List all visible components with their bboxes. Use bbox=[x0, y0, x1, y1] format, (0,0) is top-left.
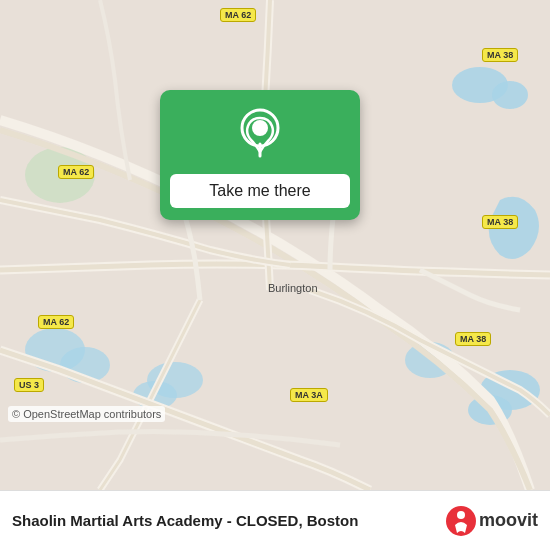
moovit-logo: moovit bbox=[445, 505, 538, 537]
road-badge-ma62-mid-left: MA 62 bbox=[58, 165, 94, 179]
take-me-there-button[interactable]: Take me there bbox=[170, 174, 350, 208]
place-name: Shaolin Martial Arts Academy - CLOSED, B… bbox=[12, 512, 445, 529]
bottom-bar: Shaolin Martial Arts Academy - CLOSED, B… bbox=[0, 490, 550, 550]
svg-point-13 bbox=[254, 123, 266, 135]
road-badge-ma38-top: MA 38 bbox=[482, 48, 518, 62]
svg-point-15 bbox=[457, 511, 465, 519]
svg-point-14 bbox=[446, 506, 476, 536]
road-badge-ma62-top: MA 62 bbox=[220, 8, 256, 22]
road-badge-ma38-bottom: MA 38 bbox=[455, 332, 491, 346]
burlington-label: Burlington bbox=[268, 282, 318, 294]
map-attribution: © OpenStreetMap contributors bbox=[8, 406, 165, 422]
moovit-icon bbox=[445, 505, 477, 537]
moovit-text: moovit bbox=[479, 510, 538, 531]
svg-point-2 bbox=[492, 81, 528, 109]
road-badge-us3: US 3 bbox=[14, 378, 44, 392]
location-card: Take me there bbox=[160, 90, 360, 220]
road-badge-ma62-bottom: MA 62 bbox=[38, 315, 74, 329]
road-badge-ma3a: MA 3A bbox=[290, 388, 328, 402]
pin-icon bbox=[234, 108, 286, 160]
road-badge-ma38-mid: MA 38 bbox=[482, 215, 518, 229]
map-container: MA 62 MA 62 MA 62 MA 62 MA 38 MA 38 MA 3… bbox=[0, 0, 550, 490]
